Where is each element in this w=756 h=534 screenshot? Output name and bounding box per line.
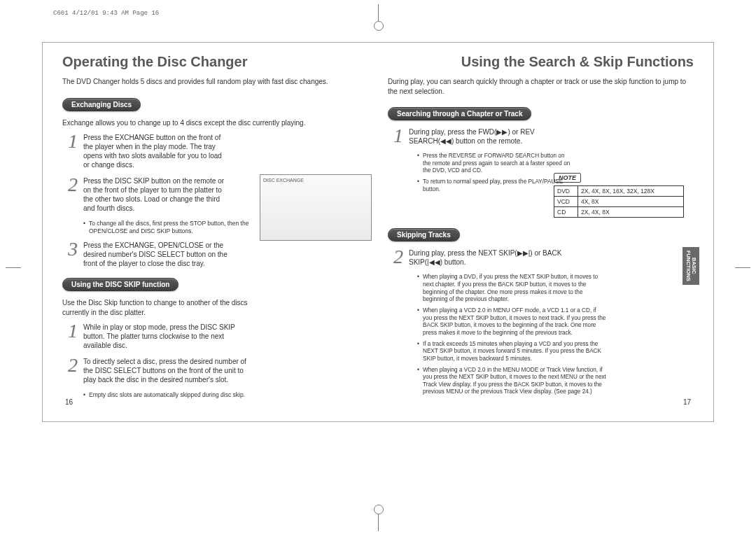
- note-bullet: When playing a DVD, if you press the NEX…: [417, 274, 607, 304]
- table-row: DVD 2X, 4X, 8X, 16X, 32X, 128X: [554, 186, 684, 197]
- sub-note: Empty disc slots are automatically skipp…: [83, 391, 270, 399]
- note-bullet: When playing a VCD 2.0 in the MENU MODE …: [417, 367, 607, 397]
- print-header: C601 4/12/01 9:43 AM Page 16: [53, 10, 159, 17]
- step-number: 3: [62, 239, 83, 259]
- step-item: 2 During play, press the NEXT SKIP(▶▶|) …: [388, 248, 578, 267]
- speed-val: 4X, 8X: [578, 197, 684, 207]
- note-bullet: If a track exceeds 15 minutes when playi…: [417, 341, 607, 363]
- step-number: 2: [62, 356, 83, 375]
- table-row: CD 2X, 4X, 8X: [554, 207, 684, 218]
- skipping-section: Skipping Tracks 2 During play, press the…: [388, 228, 694, 396]
- page-left: Operating the Disc Changer The DVD Chang…: [57, 54, 378, 409]
- step-number: 2: [388, 247, 409, 267]
- step-item: 2 To directly select a disc, press the d…: [62, 357, 248, 384]
- step-text: Press the EXCHANGE button on the front o…: [83, 133, 230, 169]
- step-number: 2: [62, 175, 83, 195]
- page-title: Operating the Disc Changer: [62, 54, 372, 70]
- note-bullet: To return to normal speed play, press th…: [417, 178, 571, 193]
- note-panel: NOTE DVD 2X, 4X, 8X, 16X, 32X, 128X VCD …: [554, 173, 684, 218]
- step-number: 1: [62, 132, 83, 151]
- speed-val: 2X, 4X, 8X, 16X, 32X, 128X: [578, 186, 684, 197]
- section-heading-pill: Exchanging Discs: [62, 98, 141, 111]
- page-title: Using the Search & Skip Functions: [388, 54, 694, 70]
- speed-key: VCD: [554, 197, 578, 207]
- disc-skip-section: Using the DISC SKIP function Use the Dis…: [62, 278, 372, 399]
- step-item: 3 Press the EXCHANGE, OPEN/CLOSE or the …: [62, 241, 230, 268]
- step-text: To directly select a disc, press the des…: [83, 357, 248, 384]
- table-row: VCD 4X, 8X: [554, 197, 684, 207]
- sub-note: To change all the discs, first press the…: [83, 220, 251, 235]
- step-text: While in play or stop mode, press the DI…: [83, 323, 248, 350]
- step-item: 1 Press the EXCHANGE button on the front…: [62, 133, 230, 169]
- page-number: 16: [65, 398, 73, 406]
- step-item: 1 During play, press the FWD(▶▶) or REV …: [388, 127, 571, 146]
- registration-mark: [378, 4, 379, 21]
- step-text: Press the EXCHANGE, OPEN/CLOSE or the de…: [83, 241, 230, 268]
- disc-exchange-image: DISC EXCHANGE: [260, 174, 372, 241]
- note-bullet: When playing a VCD 2.0 in MENU OFF mode,…: [417, 307, 607, 337]
- section-intro: Exchange allows you to change up to 4 di…: [62, 118, 372, 128]
- image-caption: DISC EXCHANGE: [263, 178, 304, 183]
- speed-key: DVD: [554, 186, 578, 197]
- page-spread: Operating the Disc Changer The DVD Chang…: [42, 42, 714, 422]
- intro-text: During play, you can search quickly thro…: [388, 77, 694, 96]
- note-label: NOTE: [554, 173, 581, 183]
- step-text: During play, press the FWD(▶▶) or REV SE…: [409, 127, 571, 146]
- searching-section: Searching through a Chapter or Track 1 D…: [388, 107, 571, 193]
- side-section-tab: BASIC FUNCTIONS: [682, 247, 699, 285]
- step-text: Press the DISC SKIP button on the remote…: [83, 176, 230, 213]
- step-number: 1: [388, 126, 409, 146]
- step-text: During play, press the NEXT SKIP(▶▶|) or…: [409, 248, 578, 267]
- section-heading-pill: Skipping Tracks: [388, 228, 460, 241]
- registration-mark: [378, 514, 379, 531]
- page-right: Using the Search & Skip Functions During…: [378, 54, 699, 409]
- step-item: 2 Press the DISC SKIP button on the remo…: [62, 176, 230, 213]
- registration-mark: [6, 267, 21, 268]
- step-number: 1: [62, 321, 83, 341]
- page-number: 17: [683, 398, 691, 406]
- intro-text: The DVD Changer holds 5 discs and provid…: [62, 77, 372, 87]
- note-bullet: Press the REVERSE or FORWARD SEARCH butt…: [417, 153, 571, 175]
- section-heading-pill: Using the DISC SKIP function: [62, 278, 178, 291]
- section-intro: Use the Disc Skip function to change to …: [62, 298, 248, 317]
- registration-mark: [735, 267, 750, 268]
- speed-val: 2X, 4X, 8X: [578, 207, 684, 218]
- speed-key: CD: [554, 207, 578, 218]
- speed-table: DVD 2X, 4X, 8X, 16X, 32X, 128X VCD 4X, 8…: [554, 185, 684, 218]
- step-item: 1 While in play or stop mode, press the …: [62, 323, 248, 350]
- section-heading-pill: Searching through a Chapter or Track: [388, 107, 531, 120]
